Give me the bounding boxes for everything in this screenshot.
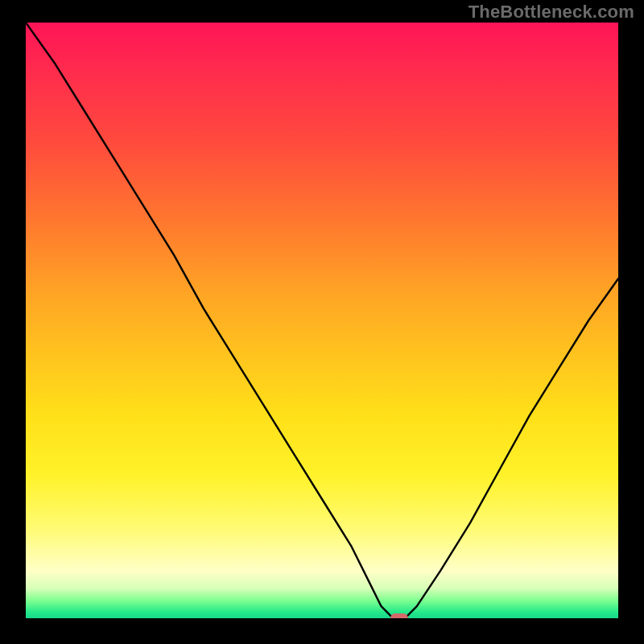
optimal-marker	[390, 613, 408, 618]
chart-frame: TheBottleneck.com	[0, 0, 644, 644]
bottleneck-curve	[26, 23, 618, 618]
watermark-text: TheBottleneck.com	[469, 2, 634, 23]
plot-area	[26, 23, 618, 618]
